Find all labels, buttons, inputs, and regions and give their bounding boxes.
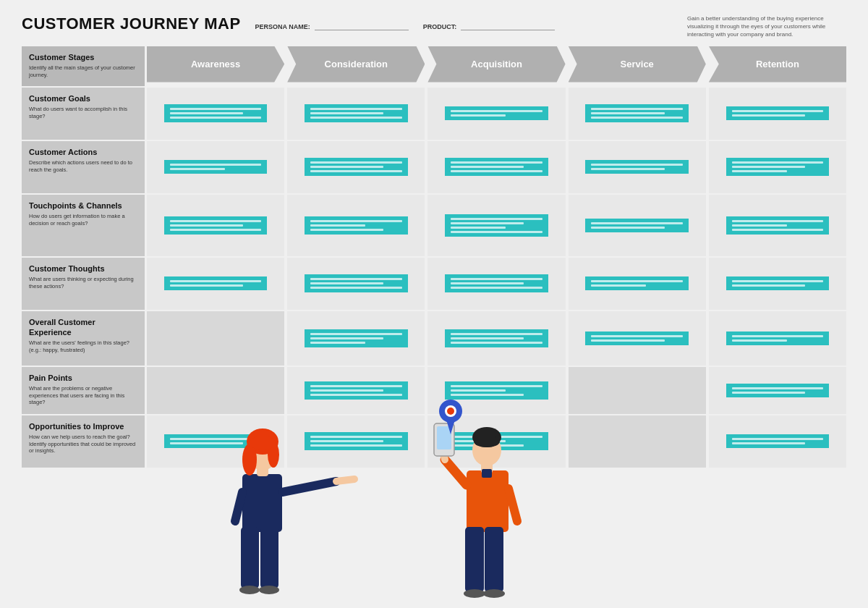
svg-point-12 <box>239 586 260 594</box>
goals-cell-1 <box>147 88 284 140</box>
stage-retention: Retention <box>709 46 846 83</box>
row-touchpoints: Touchpoints & Channels How do users get … <box>22 195 846 256</box>
persona-label: PERSONA NAME: <box>255 23 310 30</box>
touch-cell-5 <box>709 195 846 256</box>
header-description: Gain a better understanding of the buyin… <box>687 14 846 39</box>
row-overall-experience: Overall Customer Experience What are the… <box>22 311 846 366</box>
overall-experience-cells <box>147 311 846 366</box>
product-label: PRODUCT: <box>423 23 457 30</box>
svg-rect-14 <box>467 470 509 532</box>
row-pain-points: Pain Points What are the problems or neg… <box>22 367 846 414</box>
svg-point-28 <box>483 589 505 598</box>
thoughts-cell-2 <box>287 258 425 310</box>
opportunities-label: Opportunities to Improve How can we help… <box>22 415 145 468</box>
row-customer-thoughts: Customer Thoughts What are users thinkin… <box>22 258 846 310</box>
thoughts-cell-3 <box>427 258 565 310</box>
thoughts-cell-4 <box>569 258 706 310</box>
customer-goals-cells <box>147 88 846 140</box>
thoughts-cell-5 <box>709 258 846 310</box>
goals-cell-3 <box>427 88 565 140</box>
svg-line-24 <box>509 489 517 521</box>
stages-label: Customer Stages Identify all the main st… <box>22 46 145 86</box>
persona-input[interactable] <box>315 22 409 30</box>
svg-rect-0 <box>242 474 282 532</box>
product-field-group: PRODUCT: <box>423 22 556 30</box>
actions-cell-5 <box>709 141 846 193</box>
stage-service: Service <box>569 46 706 83</box>
actions-cell-2 <box>287 141 425 193</box>
goals-cell-4 <box>569 88 706 140</box>
svg-point-13 <box>259 586 279 594</box>
pain-points-label: Pain Points What are the problems or neg… <box>22 367 145 414</box>
pain-cell-5 <box>709 367 846 414</box>
opp-cell-1 <box>147 415 284 468</box>
stage-cells: Awareness Consideration Acquisition Serv… <box>147 46 846 86</box>
actions-cell-4 <box>569 141 706 193</box>
svg-point-27 <box>464 589 485 598</box>
product-input[interactable] <box>461 22 555 30</box>
header: CUSTOMER JOURNEY MAP PERSONA NAME: PRODU… <box>22 14 846 39</box>
stages-desc: Identify all the main stages of your cus… <box>29 64 137 79</box>
customer-thoughts-cells <box>147 258 846 310</box>
opportunities-cells <box>147 415 846 468</box>
pain-cell-2 <box>287 367 425 414</box>
oce-cell-1 <box>147 311 284 366</box>
svg-line-7 <box>282 481 336 492</box>
row-customer-actions: Customer Actions Describe which actions … <box>22 141 846 193</box>
svg-line-8 <box>336 479 354 481</box>
opp-cell-3 <box>427 415 565 468</box>
stage-acquisition: Acquisition <box>427 46 565 83</box>
svg-rect-10 <box>241 527 259 588</box>
oce-cell-4 <box>569 311 706 366</box>
stage-awareness: Awareness <box>147 46 284 83</box>
touch-cell-3 <box>427 195 565 256</box>
svg-rect-26 <box>485 527 503 592</box>
customer-goals-label: Customer Goals What do users want to acc… <box>22 88 145 140</box>
opp-cell-2 <box>287 415 425 468</box>
svg-line-9 <box>235 492 242 521</box>
persona-field-group: PERSONA NAME: <box>255 22 409 30</box>
opp-cell-4 <box>569 415 706 468</box>
touch-cell-2 <box>287 195 425 256</box>
touch-cell-4 <box>569 195 706 256</box>
opp-cell-5 <box>709 415 846 468</box>
overall-experience-label: Overall Customer Experience What are the… <box>22 311 145 366</box>
oce-cell-5 <box>709 311 846 366</box>
svg-rect-19 <box>482 469 492 478</box>
actions-cell-3 <box>427 141 565 193</box>
stages-row: Customer Stages Identify all the main st… <box>22 46 846 86</box>
row-customer-goals: Customer Goals What do users want to acc… <box>22 88 846 140</box>
goals-cell-5 <box>709 88 846 140</box>
oce-cell-2 <box>287 311 425 366</box>
page-title: CUSTOMER JOURNEY MAP <box>22 14 241 33</box>
customer-actions-label: Customer Actions Describe which actions … <box>22 141 145 193</box>
customer-actions-cells <box>147 141 846 193</box>
pain-cell-3 <box>427 367 565 414</box>
page: CUSTOMER JOURNEY MAP PERSONA NAME: PRODU… <box>0 0 868 608</box>
stages-title: Customer Stages <box>29 52 137 62</box>
goals-cell-2 <box>287 88 425 140</box>
touchpoints-label: Touchpoints & Channels How do users get … <box>22 195 145 256</box>
actions-cell-1 <box>147 141 284 193</box>
customer-thoughts-label: Customer Thoughts What are users thinkin… <box>22 258 145 310</box>
touch-cell-1 <box>147 195 284 256</box>
thoughts-cell-1 <box>147 258 284 310</box>
stage-consideration: Consideration <box>287 46 425 83</box>
svg-rect-11 <box>260 527 278 588</box>
pain-cell-4 <box>569 367 706 414</box>
row-opportunities: Opportunities to Improve How can we help… <box>22 415 846 468</box>
oce-cell-3 <box>427 311 565 366</box>
header-fields: PERSONA NAME: PRODUCT: Gain a better und… <box>255 14 846 39</box>
touchpoints-cells <box>147 195 846 256</box>
pain-points-cells <box>147 367 846 414</box>
svg-rect-25 <box>465 527 484 592</box>
pain-cell-1 <box>147 367 284 414</box>
